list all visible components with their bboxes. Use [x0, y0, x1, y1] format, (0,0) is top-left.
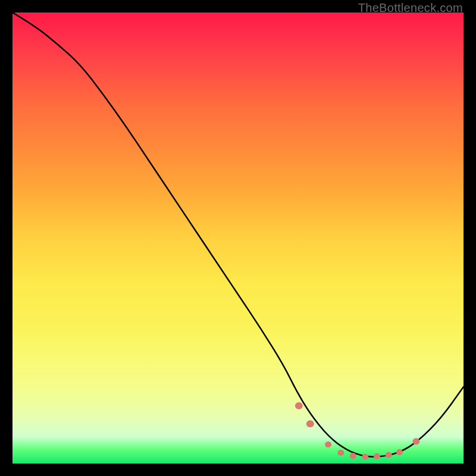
data-marker — [386, 452, 392, 458]
data-marker — [295, 402, 303, 409]
data-marker — [350, 453, 356, 459]
marker-group — [295, 402, 420, 460]
watermark-text: TheBottleneck.com — [358, 1, 463, 15]
data-marker — [306, 420, 314, 427]
markers-svg — [12, 12, 464, 464]
data-marker — [412, 438, 419, 444]
data-marker — [362, 454, 368, 460]
data-marker — [396, 449, 403, 455]
chart-container: TheBottleneck.com — [0, 0, 476, 476]
data-marker — [374, 453, 380, 459]
data-marker — [337, 450, 344, 456]
data-marker — [325, 441, 331, 447]
